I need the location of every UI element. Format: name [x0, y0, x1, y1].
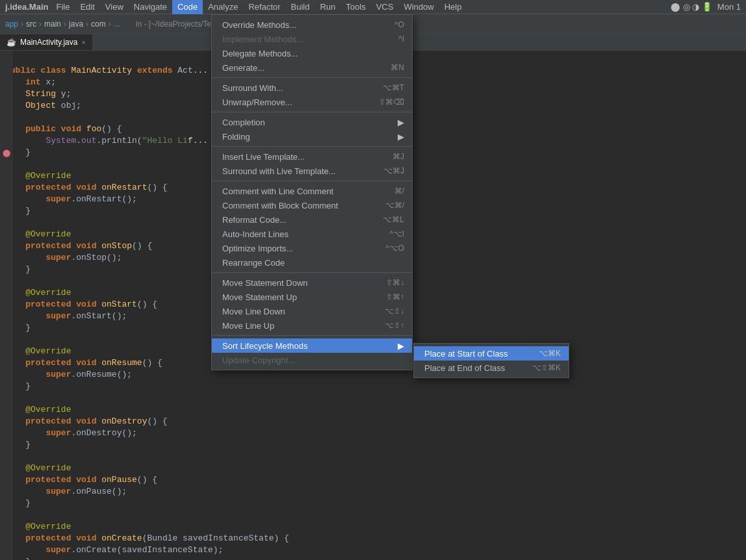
- menu-item-move-stmt-up[interactable]: Move Statement Up ⇧⌘↑: [212, 290, 412, 304]
- clock: Mon 1: [717, 2, 741, 12]
- separator-5: [212, 272, 412, 273]
- code-menu: Override Methods... ^O Implement Methods…: [211, 14, 413, 370]
- menu-item-optimize-imports[interactable]: Optimize Imports... ^⌥O: [212, 241, 412, 255]
- menu-run[interactable]: Run: [315, 0, 341, 14]
- menu-help[interactable]: Help: [439, 0, 467, 14]
- menu-navigate[interactable]: Navigate: [129, 0, 172, 14]
- menu-vcs[interactable]: VCS: [371, 0, 399, 14]
- menu-item-completion[interactable]: Completion ▶: [212, 115, 412, 129]
- separator-2: [212, 112, 412, 112]
- menu-item-implement-methods: Implement Methods... ^I: [212, 32, 412, 46]
- menu-item-move-line-down[interactable]: Move Line Down ⌥⇧↓: [212, 304, 412, 318]
- menu-item-folding[interactable]: Folding ▶: [212, 129, 412, 144]
- menu-item-comment-block[interactable]: Comment with Block Comment ⌥⌘/: [212, 198, 412, 212]
- menu-item-unwrap-remove[interactable]: Unwrap/Remove... ⇧⌘⌫: [212, 95, 412, 109]
- menu-item-override-methods[interactable]: Override Methods... ^O: [212, 18, 412, 32]
- system-icons: ⬤ ◎ ◑ 🔋: [671, 2, 712, 12]
- menu-analyze[interactable]: Analyze: [203, 0, 243, 14]
- menu-item-rearrange-code[interactable]: Rearrange Code: [212, 255, 412, 270]
- menu-item-surround-live-template[interactable]: Surround with Live Template... ⌥⌘J: [212, 164, 412, 178]
- menu-edit[interactable]: Edit: [75, 0, 99, 14]
- menu-bar-right: ⬤ ◎ ◑ 🔋 Mon 1: [671, 2, 741, 12]
- menu-view[interactable]: View: [100, 0, 129, 14]
- menu-item-move-line-up[interactable]: Move Line Up ⌥⇧↑: [212, 318, 412, 333]
- separator-1: [212, 77, 412, 78]
- menu-item-delegate-methods[interactable]: Delegate Methods...: [212, 46, 412, 60]
- menu-build[interactable]: Build: [286, 0, 315, 14]
- separator-4: [212, 181, 412, 181]
- menu-item-sort-lifecycle[interactable]: Sort Lifecycle Methods ▶: [212, 338, 412, 353]
- menu-item-move-stmt-down[interactable]: Move Statement Down ⇧⌘↓: [212, 275, 412, 290]
- menu-refactor[interactable]: Refactor: [243, 0, 285, 14]
- menu-item-generate[interactable]: Generate... ⌘N: [212, 60, 412, 75]
- menu-item-comment-line[interactable]: Comment with Line Comment ⌘/: [212, 184, 412, 198]
- menu-item-insert-live-template[interactable]: Insert Live Template... ⌘J: [212, 149, 412, 164]
- submenu-item-place-end[interactable]: Place at End of Class ⌥⇧⌘K: [414, 361, 569, 375]
- menu-item-auto-indent[interactable]: Auto-Indent Lines ^⌥I: [212, 227, 412, 241]
- menu-bar: j.idea.Main File Edit View Navigate Code…: [0, 0, 746, 14]
- menu-window[interactable]: Window: [398, 0, 439, 14]
- sort-lifecycle-submenu: Place at Start of Class ⌥⌘K Place at End…: [413, 343, 569, 378]
- dropdown-overlay: Override Methods... ^O Implement Methods…: [0, 14, 746, 560]
- menu-code[interactable]: Code: [172, 0, 203, 14]
- separator-3: [212, 146, 412, 147]
- menu-item-reformat-code[interactable]: Reformat Code... ⌥⌘L: [212, 212, 412, 227]
- menu-file[interactable]: File: [51, 0, 75, 14]
- menu-tools[interactable]: Tools: [341, 0, 370, 14]
- app-name: j.idea.Main: [5, 2, 48, 12]
- separator-6: [212, 335, 412, 336]
- submenu-item-place-start[interactable]: Place at Start of Class ⌥⌘K: [414, 346, 569, 361]
- menu-item-update-copyright: Update Copyright...: [212, 353, 412, 367]
- menu-item-surround-with[interactable]: Surround With... ⌥⌘T: [212, 81, 412, 95]
